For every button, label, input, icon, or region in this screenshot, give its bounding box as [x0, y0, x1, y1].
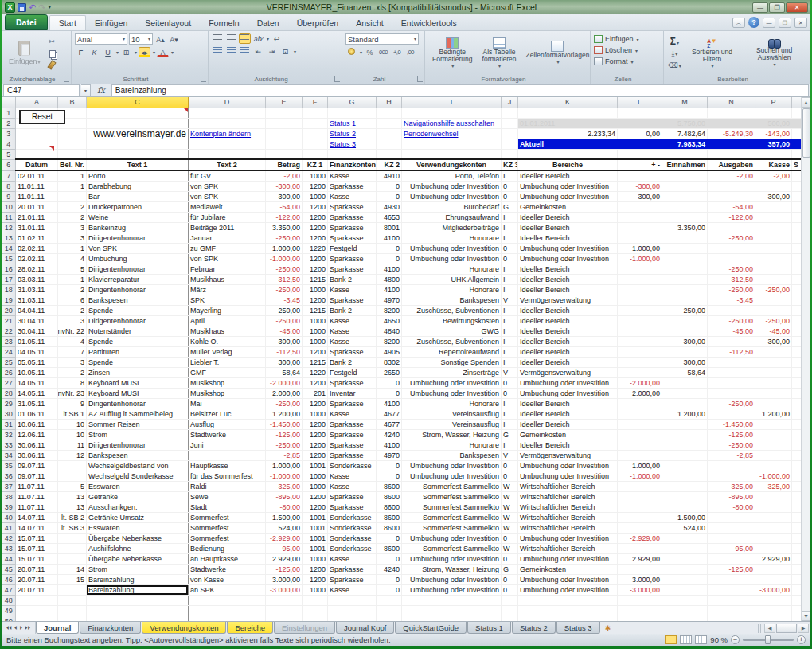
cell[interactable]: Ausflug: [189, 420, 266, 430]
format-cells-button[interactable]: Format▾: [594, 56, 660, 67]
cell[interactable]: 1.000,00: [266, 461, 303, 471]
cell[interactable]: Vermögensverwaltung: [518, 451, 618, 461]
cell[interactable]: -325,00: [708, 482, 755, 492]
align-right-icon[interactable]: [239, 46, 251, 57]
cell[interactable]: Umbuchung oder Investition: [518, 254, 618, 264]
cell[interactable]: [189, 596, 266, 606]
column-header-selected[interactable]: C: [87, 97, 189, 108]
cell[interactable]: [189, 149, 266, 159]
cell[interactable]: 0: [377, 554, 402, 565]
cell[interactable]: [402, 108, 502, 118]
cell[interactable]: I: [502, 347, 518, 358]
cell[interactable]: I: [502, 213, 518, 223]
sheet-tab-status-1[interactable]: Status 1: [467, 622, 511, 634]
cell[interactable]: Bankspesen: [402, 295, 502, 306]
cell[interactable]: Umbuchung oder Investition: [518, 575, 618, 585]
cell[interactable]: 14.05.11: [16, 378, 58, 389]
cell[interactable]: Honorare: [402, 399, 502, 409]
cell[interactable]: für das Sommerfest: [189, 471, 266, 482]
cell[interactable]: [792, 368, 802, 378]
cell[interactable]: 2.929,00: [266, 554, 303, 565]
cell[interactable]: 300,00: [662, 337, 708, 347]
cell[interactable]: [502, 596, 518, 606]
cell[interactable]: Musikhaus: [189, 326, 266, 337]
cell[interactable]: 58,64: [662, 368, 708, 378]
workbook-restore-icon[interactable]: ❐: [779, 18, 791, 28]
cell[interactable]: [58, 606, 87, 616]
column-header[interactable]: P: [755, 97, 792, 108]
cell[interactable]: 11: [58, 440, 87, 451]
cell[interactable]: 0: [377, 575, 402, 585]
cell[interactable]: SPK: [189, 295, 266, 306]
cell[interactable]: [755, 378, 792, 389]
merge-center-icon[interactable]: ⊡: [279, 46, 291, 57]
cell[interactable]: [662, 585, 708, 596]
column-header[interactable]: [792, 97, 802, 108]
cell[interactable]: [662, 389, 708, 399]
cell[interactable]: 8600: [377, 482, 402, 492]
cell[interactable]: 8600: [377, 523, 402, 534]
cell[interactable]: 20.01.11: [16, 202, 58, 213]
cell[interactable]: 04.04.11: [16, 306, 58, 316]
row-header[interactable]: 39: [2, 502, 16, 513]
cell[interactable]: 0: [377, 182, 402, 192]
cell[interactable]: 1200: [303, 492, 328, 502]
cell[interactable]: [708, 596, 755, 606]
row-header[interactable]: 21: [2, 316, 16, 326]
cell[interactable]: [662, 544, 708, 554]
cell[interactable]: 31.05.11: [16, 399, 58, 409]
cell[interactable]: W: [502, 523, 518, 534]
summary-cell[interactable]: 7.482,64: [662, 128, 708, 139]
cell[interactable]: Zinsen: [87, 368, 189, 378]
cell[interactable]: [755, 492, 792, 502]
cell[interactable]: Dirigentenhonorar: [87, 285, 189, 295]
row-header[interactable]: 47: [2, 585, 16, 596]
cell[interactable]: 5: [58, 482, 87, 492]
cell[interactable]: -45,00: [266, 326, 303, 337]
cell[interactable]: AZ Aufflug lt.Sammelbeleg: [87, 409, 189, 420]
cell[interactable]: 30.06.11: [16, 451, 58, 461]
cell[interactable]: 1200: [303, 223, 328, 233]
cell[interactable]: [402, 596, 502, 606]
cell[interactable]: Kasse: [328, 337, 377, 347]
cell[interactable]: [618, 616, 662, 622]
cell[interactable]: Ideeller Bereich: [518, 440, 618, 451]
cell[interactable]: Sparkasse: [328, 502, 377, 513]
prev-sheet-icon[interactable]: ⏴: [14, 625, 18, 631]
cell[interactable]: [87, 149, 189, 159]
scroll-left-icon[interactable]: ◀: [764, 624, 775, 633]
cell[interactable]: [266, 139, 303, 149]
cell[interactable]: 0: [502, 585, 518, 596]
sheet-tab-journal[interactable]: Journal: [36, 622, 79, 634]
cell[interactable]: 2: [58, 285, 87, 295]
cell[interactable]: V: [502, 451, 518, 461]
cell[interactable]: -895,00: [266, 492, 303, 502]
cell[interactable]: Umbuchung oder Investition: [402, 192, 502, 202]
cell[interactable]: Sparkasse: [328, 575, 377, 585]
row-header[interactable]: 33: [2, 440, 16, 451]
cell[interactable]: 3: [58, 316, 87, 326]
formula-input[interactable]: Bareinzahlung: [111, 84, 809, 96]
align-bottom-icon[interactable]: [239, 33, 251, 44]
cell[interactable]: [708, 461, 755, 471]
cell[interactable]: 8200: [377, 306, 402, 316]
cell[interactable]: -3.000,00: [266, 585, 303, 596]
cell[interactable]: [303, 108, 328, 118]
cell[interactable]: 0: [377, 244, 402, 254]
cell[interactable]: Beiträge 2011: [189, 223, 266, 233]
cell[interactable]: Getränke Umsatz: [87, 513, 189, 523]
cell[interactable]: Ideeller Bereich: [518, 170, 618, 182]
cell[interactable]: [708, 306, 755, 316]
row-header[interactable]: 34: [2, 451, 16, 461]
cell[interactable]: [792, 596, 802, 606]
align-left-icon[interactable]: [212, 46, 224, 57]
cell[interactable]: 1.200,00: [266, 409, 303, 420]
cell[interactable]: Getränke: [87, 492, 189, 502]
row-header[interactable]: 8: [2, 182, 16, 192]
cell[interactable]: 1200: [303, 233, 328, 244]
cell[interactable]: [755, 244, 792, 254]
decrease-decimal-icon[interactable]: ,00: [404, 47, 416, 57]
cell[interactable]: Mediawelt: [189, 202, 266, 213]
cell[interactable]: Dirigentenhonorar: [87, 440, 189, 451]
cell[interactable]: [662, 575, 708, 585]
